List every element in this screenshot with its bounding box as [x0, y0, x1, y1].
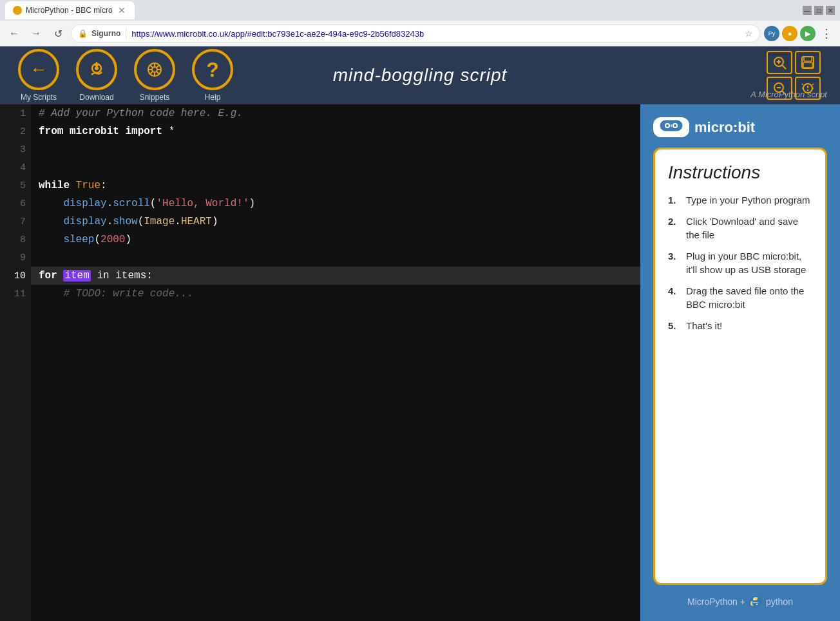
- refresh-button[interactable]: ↺: [49, 24, 67, 43]
- close-button[interactable]: ✕: [826, 6, 835, 15]
- svg-rect-35: [671, 124, 672, 127]
- hello-string: 'Hello, World!': [156, 198, 249, 209]
- code-line-11: # TODO: write code...: [31, 285, 640, 303]
- microbit-logo: micro:bit: [653, 117, 755, 137]
- tab-title: MicroPython - BBC micro: [26, 6, 113, 15]
- save-button[interactable]: [795, 51, 821, 74]
- display-obj: display: [63, 198, 106, 209]
- forward-button[interactable]: →: [27, 24, 45, 43]
- microbit-text: micro:bit: [694, 119, 755, 136]
- back-button[interactable]: ←: [5, 24, 23, 43]
- code-line-3: [31, 140, 640, 158]
- browser-tab[interactable]: MicroPython - BBC micro ✕: [5, 1, 135, 19]
- download-button[interactable]: Download: [71, 49, 122, 102]
- paren-open-8: (: [94, 234, 100, 245]
- scroll-method: scroll: [113, 198, 150, 209]
- code-line-5: while True:: [31, 177, 640, 195]
- right-sidebar: micro:bit Instructions Type in your Pyth…: [640, 104, 840, 621]
- image-class: Image: [144, 216, 175, 227]
- colon-5: :: [100, 180, 107, 191]
- microbit-logo-icon: [653, 117, 689, 137]
- module-name: microbit: [70, 126, 119, 137]
- true-value: True: [76, 180, 100, 191]
- instruction-step-2: Click 'Download' and save the file: [668, 215, 812, 242]
- footer-micropython-text: MicroPython +: [687, 597, 745, 607]
- svg-line-10: [157, 72, 160, 75]
- keyword-for: for: [39, 270, 63, 282]
- lock-icon: 🔒: [78, 29, 88, 38]
- download-icon: [76, 49, 117, 90]
- svg-point-33: [666, 124, 669, 127]
- dot-7: .: [107, 216, 113, 227]
- line-num-8: 8: [20, 231, 26, 249]
- svg-point-36: [754, 598, 755, 600]
- keyword-import: import: [119, 126, 169, 137]
- address-box[interactable]: 🔒 Sigurno https://www.microbit.co.uk/app…: [71, 24, 760, 43]
- sidebar-footer: MicroPython + python: [687, 595, 793, 608]
- instructions-list: Type in your Python program Click 'Downl…: [668, 193, 812, 332]
- in-keyword: in: [91, 270, 115, 282]
- bookmark-icon[interactable]: ☆: [745, 28, 753, 39]
- code-editor[interactable]: # Add your Python code here. E.g. from m…: [31, 104, 640, 621]
- instructions-card: Instructions Type in your Python program…: [653, 148, 827, 585]
- svg-line-9: [150, 65, 153, 68]
- svg-line-12: [150, 72, 153, 75]
- keyword-while: while: [39, 180, 76, 191]
- heart-attr: HEART: [181, 216, 212, 227]
- dot-6: .: [107, 198, 113, 209]
- download-label: Download: [79, 93, 113, 102]
- line-num-1: 1: [20, 104, 26, 122]
- url-display: https://www.microbit.co.uk/app/#edit:bc7…: [131, 29, 741, 39]
- main-area: 1 2 3 4 5 6 7 8 9 10 11 # Add your Pytho…: [0, 104, 840, 621]
- chrome-titlebar: MicroPython - BBC micro ✕ — □ ✕: [0, 0, 840, 21]
- indent-8: [39, 234, 63, 245]
- code-line-7: display.show(Image.HEART): [31, 213, 640, 231]
- indent-11: [39, 288, 63, 300]
- paren-close-6: ): [249, 198, 255, 209]
- code-line-8: sleep(2000): [31, 231, 640, 249]
- help-icon: ?: [192, 49, 233, 90]
- line-numbers: 1 2 3 4 5 6 7 8 9 10 11: [0, 104, 31, 621]
- snippets-label: Snippets: [140, 93, 170, 102]
- zoom-in-button[interactable]: [767, 51, 792, 74]
- address-bar: ← → ↺ 🔒 Sigurno https://www.microbit.co.…: [0, 21, 840, 46]
- my-scripts-button[interactable]: ← My Scripts: [13, 49, 64, 102]
- maximize-button[interactable]: □: [814, 6, 823, 15]
- svg-line-14: [782, 65, 786, 69]
- item-var: item: [63, 270, 90, 282]
- svg-point-37: [756, 604, 758, 605]
- sleep-fn: sleep: [63, 234, 94, 245]
- instruction-step-1: Type in your Python program: [668, 193, 812, 207]
- svg-rect-18: [804, 57, 812, 61]
- line-num-10: 10: [14, 267, 26, 285]
- paren-open-6: (: [150, 198, 157, 209]
- items-var: items: [115, 270, 146, 282]
- paren-close-7: ): [212, 216, 218, 227]
- minimize-button[interactable]: —: [803, 6, 812, 15]
- app-container: ← My Scripts Download: [0, 46, 840, 621]
- footer-python-text: python: [766, 597, 793, 607]
- tab-close-button[interactable]: ✕: [117, 5, 127, 15]
- ext-icon-3[interactable]: ▶: [800, 26, 816, 41]
- extension-icons: Py ● ▶ ⋮: [764, 25, 835, 42]
- help-button[interactable]: ? Help: [187, 49, 238, 102]
- snippets-button[interactable]: Snippets: [129, 49, 180, 102]
- chrome-menu-button[interactable]: ⋮: [818, 25, 835, 42]
- line-num-6: 6: [20, 195, 26, 213]
- indent-7: [39, 216, 63, 227]
- code-line-4: [31, 158, 640, 177]
- sleep-value: 2000: [100, 234, 125, 245]
- import-star: *: [169, 126, 175, 137]
- display-obj-2: display: [63, 216, 106, 227]
- dot-7b: .: [175, 216, 181, 227]
- step-4-text: Drag the saved file onto the BBC micro:b…: [686, 284, 812, 311]
- ext-icon-1[interactable]: Py: [764, 26, 779, 41]
- toolbar: ← My Scripts Download: [0, 46, 840, 104]
- keyword-from: from: [39, 126, 70, 137]
- script-subtitle: A MicroPython script: [750, 90, 827, 99]
- indent-6: [39, 198, 63, 209]
- paren-close-8: ): [125, 234, 131, 245]
- line-num-9: 9: [20, 249, 26, 267]
- ext-icon-2[interactable]: ●: [782, 26, 797, 41]
- line-num-11: 11: [14, 285, 26, 303]
